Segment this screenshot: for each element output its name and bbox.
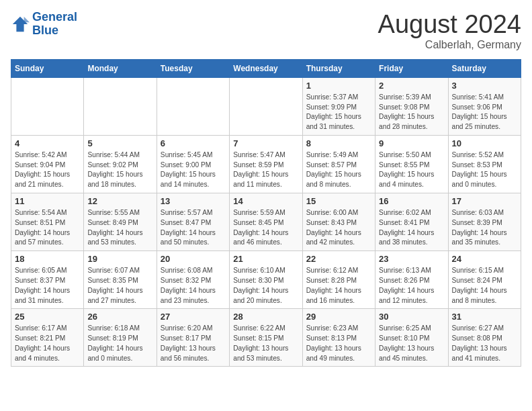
day-number: 25	[15, 312, 80, 322]
day-info: Sunrise: 5:45 AM Sunset: 9:00 PM Dayligh…	[161, 150, 226, 190]
calendar-cell: 13Sunrise: 5:57 AM Sunset: 8:47 PM Dayli…	[157, 193, 229, 251]
calendar-cell: 31Sunrise: 6:27 AM Sunset: 8:08 PM Dayli…	[448, 309, 521, 367]
day-number: 13	[161, 196, 226, 206]
calendar-cell: 8Sunrise: 5:49 AM Sunset: 8:57 PM Daylig…	[302, 135, 375, 193]
calendar-cell: 4Sunrise: 5:42 AM Sunset: 9:04 PM Daylig…	[11, 135, 84, 193]
day-number: 15	[306, 196, 371, 206]
calendar-cell: 16Sunrise: 6:02 AM Sunset: 8:41 PM Dayli…	[375, 193, 448, 251]
day-info: Sunrise: 5:55 AM Sunset: 8:49 PM Dayligh…	[87, 208, 152, 248]
day-info: Sunrise: 6:03 AM Sunset: 8:39 PM Dayligh…	[452, 208, 517, 248]
day-info: Sunrise: 6:10 AM Sunset: 8:30 PM Dayligh…	[233, 266, 298, 306]
calendar-cell: 26Sunrise: 6:18 AM Sunset: 8:19 PM Dayli…	[84, 309, 157, 367]
day-number: 3	[452, 81, 517, 91]
day-info: Sunrise: 6:20 AM Sunset: 8:17 PM Dayligh…	[161, 324, 226, 363]
day-info: Sunrise: 6:22 AM Sunset: 8:15 PM Dayligh…	[233, 324, 298, 363]
day-number: 18	[15, 254, 80, 264]
calendar-cell: 6Sunrise: 5:45 AM Sunset: 9:00 PM Daylig…	[157, 135, 229, 193]
day-number: 31	[452, 312, 517, 322]
calendar-cell: 20Sunrise: 6:08 AM Sunset: 8:32 PM Dayli…	[157, 251, 229, 309]
calendar-cell: 21Sunrise: 6:10 AM Sunset: 8:30 PM Dayli…	[230, 251, 302, 309]
day-number: 27	[161, 312, 226, 322]
day-info: Sunrise: 5:47 AM Sunset: 8:59 PM Dayligh…	[233, 150, 298, 190]
day-info: Sunrise: 5:37 AM Sunset: 9:09 PM Dayligh…	[306, 93, 371, 132]
page-header: General Blue August 2024 Calberlah, Germ…	[11, 11, 521, 51]
day-number: 1	[306, 81, 371, 91]
calendar-cell: 23Sunrise: 6:13 AM Sunset: 8:26 PM Dayli…	[375, 251, 448, 309]
day-info: Sunrise: 6:13 AM Sunset: 8:26 PM Dayligh…	[379, 266, 444, 306]
calendar-cell: 10Sunrise: 5:52 AM Sunset: 8:53 PM Dayli…	[448, 135, 521, 193]
day-info: Sunrise: 6:08 AM Sunset: 8:32 PM Dayligh…	[161, 266, 226, 306]
day-number: 7	[233, 138, 298, 148]
weekday-header-saturday: Saturday	[448, 59, 521, 77]
calendar-cell: 19Sunrise: 6:07 AM Sunset: 8:35 PM Dayli…	[84, 251, 157, 309]
calendar-week-row-4: 18Sunrise: 6:05 AM Sunset: 8:37 PM Dayli…	[11, 251, 521, 309]
logo-icon	[11, 15, 30, 34]
day-number: 22	[306, 254, 371, 264]
calendar-cell	[157, 77, 229, 135]
calendar-week-row-5: 25Sunrise: 6:17 AM Sunset: 8:21 PM Dayli…	[11, 309, 521, 367]
day-info: Sunrise: 6:12 AM Sunset: 8:28 PM Dayligh…	[306, 266, 371, 306]
calendar-cell: 5Sunrise: 5:44 AM Sunset: 9:02 PM Daylig…	[84, 135, 157, 193]
calendar-cell	[11, 77, 84, 135]
day-number: 16	[379, 196, 444, 206]
day-info: Sunrise: 6:23 AM Sunset: 8:13 PM Dayligh…	[306, 324, 371, 363]
day-number: 9	[379, 138, 444, 148]
calendar-cell: 12Sunrise: 5:55 AM Sunset: 8:49 PM Dayli…	[84, 193, 157, 251]
svg-marker-1	[24, 17, 30, 22]
weekday-header-row: SundayMondayTuesdayWednesdayThursdayFrid…	[11, 59, 521, 77]
calendar-table: SundayMondayTuesdayWednesdayThursdayFrid…	[11, 59, 521, 367]
day-number: 6	[161, 138, 226, 148]
day-info: Sunrise: 6:18 AM Sunset: 8:19 PM Dayligh…	[87, 324, 152, 363]
day-info: Sunrise: 6:25 AM Sunset: 8:10 PM Dayligh…	[379, 324, 444, 363]
calendar-cell: 22Sunrise: 6:12 AM Sunset: 8:28 PM Dayli…	[302, 251, 375, 309]
weekday-header-monday: Monday	[84, 59, 157, 77]
day-info: Sunrise: 6:05 AM Sunset: 8:37 PM Dayligh…	[15, 266, 80, 306]
day-info: Sunrise: 5:42 AM Sunset: 9:04 PM Dayligh…	[15, 150, 80, 190]
day-number: 12	[87, 196, 152, 206]
day-number: 19	[87, 254, 152, 264]
day-number: 17	[452, 196, 517, 206]
calendar-cell	[230, 77, 302, 135]
day-info: Sunrise: 6:00 AM Sunset: 8:43 PM Dayligh…	[306, 208, 371, 248]
day-number: 30	[379, 312, 444, 322]
calendar-cell	[84, 77, 157, 135]
day-info: Sunrise: 5:59 AM Sunset: 8:45 PM Dayligh…	[233, 208, 298, 248]
day-info: Sunrise: 6:17 AM Sunset: 8:21 PM Dayligh…	[15, 324, 80, 363]
weekday-header-friday: Friday	[375, 59, 448, 77]
calendar-cell: 17Sunrise: 6:03 AM Sunset: 8:39 PM Dayli…	[448, 193, 521, 251]
day-info: Sunrise: 5:57 AM Sunset: 8:47 PM Dayligh…	[161, 208, 226, 248]
calendar-cell: 25Sunrise: 6:17 AM Sunset: 8:21 PM Dayli…	[11, 309, 84, 367]
calendar-cell: 18Sunrise: 6:05 AM Sunset: 8:37 PM Dayli…	[11, 251, 84, 309]
day-info: Sunrise: 6:07 AM Sunset: 8:35 PM Dayligh…	[87, 266, 152, 306]
weekday-header-thursday: Thursday	[302, 59, 375, 77]
calendar-week-row-1: 1Sunrise: 5:37 AM Sunset: 9:09 PM Daylig…	[11, 77, 521, 135]
day-number: 28	[233, 312, 298, 322]
logo-text: General Blue	[32, 11, 77, 38]
day-info: Sunrise: 6:27 AM Sunset: 8:08 PM Dayligh…	[452, 324, 517, 363]
calendar-cell: 27Sunrise: 6:20 AM Sunset: 8:17 PM Dayli…	[157, 309, 229, 367]
calendar-cell: 24Sunrise: 6:15 AM Sunset: 8:24 PM Dayli…	[448, 251, 521, 309]
calendar-cell: 11Sunrise: 5:54 AM Sunset: 8:51 PM Dayli…	[11, 193, 84, 251]
calendar-cell: 30Sunrise: 6:25 AM Sunset: 8:10 PM Dayli…	[375, 309, 448, 367]
calendar-week-row-3: 11Sunrise: 5:54 AM Sunset: 8:51 PM Dayli…	[11, 193, 521, 251]
day-info: Sunrise: 5:41 AM Sunset: 9:06 PM Dayligh…	[452, 93, 517, 132]
calendar-title-block: August 2024 Calberlah, Germany	[378, 11, 521, 51]
day-number: 2	[379, 81, 444, 91]
day-number: 21	[233, 254, 298, 264]
day-info: Sunrise: 5:52 AM Sunset: 8:53 PM Dayligh…	[452, 150, 517, 190]
day-number: 5	[87, 138, 152, 148]
calendar-cell: 15Sunrise: 6:00 AM Sunset: 8:43 PM Dayli…	[302, 193, 375, 251]
calendar-cell: 1Sunrise: 5:37 AM Sunset: 9:09 PM Daylig…	[302, 77, 375, 135]
calendar-cell: 3Sunrise: 5:41 AM Sunset: 9:06 PM Daylig…	[448, 77, 521, 135]
day-info: Sunrise: 5:50 AM Sunset: 8:55 PM Dayligh…	[379, 150, 444, 190]
day-info: Sunrise: 5:54 AM Sunset: 8:51 PM Dayligh…	[15, 208, 80, 248]
calendar-cell: 29Sunrise: 6:23 AM Sunset: 8:13 PM Dayli…	[302, 309, 375, 367]
day-number: 14	[233, 196, 298, 206]
calendar-cell: 9Sunrise: 5:50 AM Sunset: 8:55 PM Daylig…	[375, 135, 448, 193]
calendar-cell: 28Sunrise: 6:22 AM Sunset: 8:15 PM Dayli…	[230, 309, 302, 367]
day-info: Sunrise: 6:15 AM Sunset: 8:24 PM Dayligh…	[452, 266, 517, 306]
day-number: 8	[306, 138, 371, 148]
logo: General Blue	[11, 11, 77, 38]
day-number: 23	[379, 254, 444, 264]
calendar-location: Calberlah, Germany	[378, 39, 521, 51]
